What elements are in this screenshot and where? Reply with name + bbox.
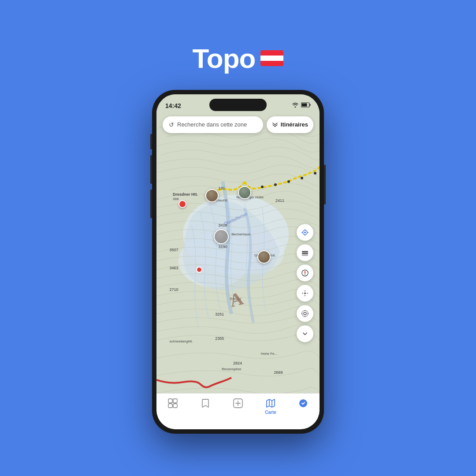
phone-screen: 14:42: [156, 94, 320, 429]
svg-rect-26: [302, 254, 308, 256]
svg-point-32: [302, 310, 308, 316]
map-nav-label: Carte: [265, 410, 276, 415]
itineraires-button[interactable]: Itinéraires: [267, 116, 313, 133]
title-text: Topo: [193, 43, 256, 74]
wifi-icon: [292, 102, 299, 109]
svg-marker-28: [304, 270, 306, 273]
svg-point-11: [261, 186, 264, 188]
map-nav-icon: [265, 398, 276, 409]
layers-action-button[interactable]: [297, 244, 313, 261]
chevron-down-action-button[interactable]: [297, 325, 313, 342]
svg-rect-2: [310, 104, 311, 106]
svg-rect-37: [168, 399, 172, 403]
pan-action-button[interactable]: [297, 285, 313, 301]
add-nav-icon: [233, 398, 243, 409]
svg-point-13: [287, 180, 290, 183]
settings-action-button[interactable]: [297, 305, 313, 322]
nav-item-map[interactable]: Carte: [254, 398, 287, 415]
activity-nav-icon: [298, 398, 309, 409]
svg-rect-25: [302, 253, 308, 254]
svg-point-30: [304, 292, 306, 294]
bottom-nav: Carte: [156, 393, 320, 429]
route-icon: [272, 122, 278, 128]
nav-item-add[interactable]: [222, 398, 254, 409]
grid-nav-icon: [167, 398, 178, 409]
svg-rect-24: [302, 251, 308, 252]
svg-marker-29: [304, 273, 306, 275]
svg-point-15: [314, 172, 316, 175]
svg-rect-39: [168, 404, 172, 408]
status-icons: [292, 102, 311, 109]
svg-point-31: [304, 312, 306, 315]
refresh-icon: ↺: [169, 121, 174, 128]
phone-frame: 14:42: [152, 90, 324, 434]
map-area[interactable]: A O O Öbeltelferner: [156, 94, 320, 401]
map-actions-panel: [297, 224, 313, 342]
svg-point-14: [301, 177, 303, 179]
nav-item-bookmark[interactable]: [189, 398, 222, 409]
svg-point-16: [197, 267, 202, 272]
phone-side-btn-2: [150, 155, 152, 184]
svg-rect-40: [173, 404, 177, 408]
svg-point-12: [274, 183, 277, 186]
app-title: Topo: [193, 43, 284, 74]
svg-point-35: [301, 313, 302, 314]
phone-side-btn-1: [150, 134, 152, 149]
nav-item-activity[interactable]: [287, 398, 320, 409]
svg-rect-38: [173, 399, 177, 403]
phone-side-btn-3: [150, 190, 152, 218]
svg-point-36: [308, 313, 309, 314]
austria-flag: [260, 50, 283, 66]
svg-rect-1: [302, 104, 307, 107]
svg-point-34: [305, 316, 305, 317]
notch: [209, 99, 267, 111]
search-bar-container: ↺ Recherche dans cette zone Itinéraires: [163, 116, 313, 133]
search-bar[interactable]: ↺ Recherche dans cette zone: [163, 116, 263, 133]
search-text: Recherche dans cette zone: [177, 121, 247, 128]
phone-side-btn-right: [324, 165, 326, 205]
compass-action-button[interactable]: [297, 264, 313, 281]
svg-point-19: [304, 231, 306, 233]
status-time: 14:42: [165, 102, 181, 109]
battery-icon: [301, 102, 311, 109]
bookmark-nav-icon: [200, 398, 211, 409]
location-action-button[interactable]: [297, 224, 313, 241]
nav-item-grid[interactable]: [156, 398, 189, 409]
svg-point-33: [305, 310, 305, 311]
itineraires-label: Itinéraires: [281, 121, 308, 128]
